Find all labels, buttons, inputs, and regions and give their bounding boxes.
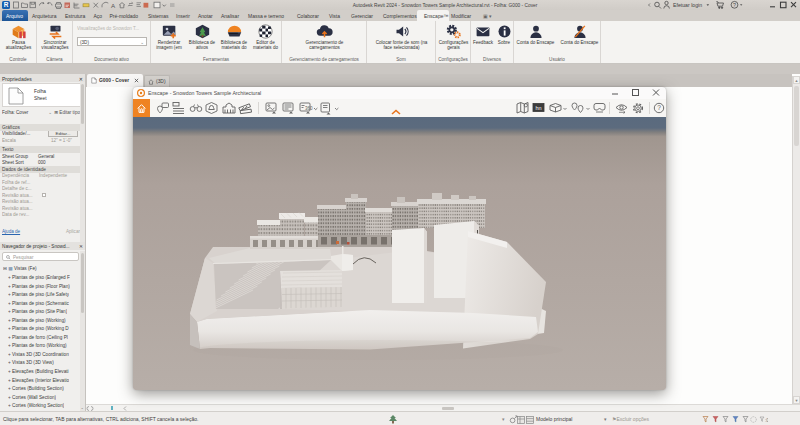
svg-text:?: ? (733, 2, 736, 8)
svg-text:R: R (4, 1, 9, 8)
svg-text:A: A (111, 2, 116, 9)
svg-text:360: 360 (305, 106, 313, 111)
svg-text:Efetuar login: Efetuar login (673, 2, 702, 8)
svg-text::0: :0 (765, 417, 768, 422)
svg-text:?: ? (657, 104, 661, 111)
svg-text:hn: hn (535, 105, 541, 111)
